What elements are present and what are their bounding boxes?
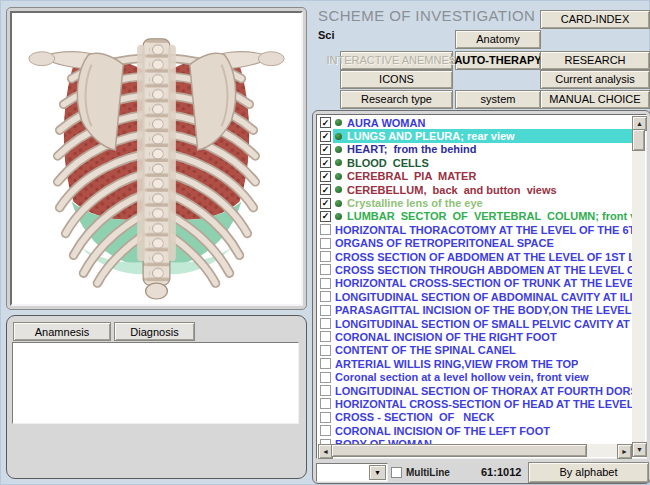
list-item[interactable]: LONGITUDINAL SECTION OF ABDOMINAL CAVITY… <box>318 290 632 303</box>
list-filter-combobox[interactable]: ▼ <box>316 463 388 482</box>
by-alphabet-button[interactable]: By alphabet <box>528 462 649 483</box>
anamnesis-panel: Anamnesis Diagnosis <box>6 315 307 479</box>
row-body: CEREBELLUM, back and button views <box>333 183 632 196</box>
list-item[interactable]: CROSS SECTION OF ABDOMEN AT THE LEVEL OF… <box>318 250 632 263</box>
item-checkbox[interactable]: ✓ <box>320 157 331 168</box>
list-item[interactable]: ✓Crystalline lens of the eye <box>318 196 632 209</box>
list-item[interactable]: BODY OF WOMAN <box>318 437 632 444</box>
scroll-down-icon[interactable]: ▼ <box>632 442 647 457</box>
current-analysis-button[interactable]: Current analysis <box>540 70 650 89</box>
list-item[interactable]: Coronal section at a level hollow vein, … <box>318 370 632 383</box>
item-bullet-icon <box>335 159 342 166</box>
item-checkbox[interactable] <box>320 238 331 249</box>
list-item[interactable]: ✓CEREBELLUM, back and button views <box>318 183 632 196</box>
row-body: CROSS - SECTION OF NECK <box>333 411 632 424</box>
item-checkbox[interactable] <box>320 372 331 383</box>
item-checkbox[interactable]: ✓ <box>320 184 331 195</box>
item-label: CROSS SECTION OF ABDOMEN AT THE LEVEL OF… <box>335 251 632 263</box>
item-checkbox[interactable] <box>320 412 331 423</box>
row-body: HORIZONTAL THORACOTOMY AT THE LEVEL OF T… <box>333 223 632 236</box>
vertical-scrollbar[interactable]: ▲ ▼ <box>632 116 645 457</box>
list-item[interactable]: CROSS SECTION THROUGH ABDOMEN AT THE LEV… <box>318 263 632 276</box>
list-item[interactable]: CORONAL INCISION OF THE LEFT FOOT <box>318 424 632 437</box>
horizontal-scrollbar[interactable]: ◄ ► <box>318 444 632 457</box>
list-item[interactable]: CORONAL INCISION OF THE RIGHT FOOT <box>318 330 632 343</box>
item-counter: 61:1012 <box>481 466 521 478</box>
item-checkbox[interactable] <box>320 331 331 342</box>
row-body: CONTENT OF THE SPINAL CANEL <box>333 344 632 357</box>
card-index-button[interactable]: CARD-INDEX <box>540 10 650 29</box>
item-label: CEREBELLUM, back and button views <box>347 184 557 196</box>
manual-choice-button[interactable]: MANUAL CHOICE <box>540 90 650 109</box>
item-checkbox[interactable] <box>320 345 331 356</box>
item-label: CROSS SECTION THROUGH ABDOMEN AT THE LEV… <box>335 264 632 276</box>
list-item[interactable]: ORGANS OF RETROPERITONEAL SPACE <box>318 237 632 250</box>
list-item[interactable]: LONGITUDINAL SECTION OF SMALL PELVIC CAV… <box>318 317 632 330</box>
item-label: CORONAL INCISION OF THE RIGHT FOOT <box>335 331 557 343</box>
list-item[interactable]: PARASAGITTAL INCISION OF THE BODY,ON THE… <box>318 303 632 316</box>
system-button[interactable]: system <box>455 90 541 109</box>
item-checkbox[interactable] <box>320 358 331 369</box>
item-checkbox[interactable]: ✓ <box>320 117 331 128</box>
item-label: Coronal section at a level hollow vein, … <box>335 371 589 383</box>
list-item[interactable]: ✓LUNGS AND PLEURA; rear view <box>318 129 632 142</box>
list-item[interactable]: LONGITUDINAL SECTION OF THORAX AT FOURTH… <box>318 384 632 397</box>
icons-button[interactable]: ICONS <box>340 70 453 89</box>
item-checkbox[interactable] <box>320 398 331 409</box>
row-body: LONGITUDINAL SECTION OF SMALL PELVIC CAV… <box>333 317 632 330</box>
anamnesis-textarea[interactable] <box>12 342 299 424</box>
scroll-right-icon[interactable]: ► <box>617 444 632 459</box>
anatomy-list: ✓AURA WOMAN✓LUNGS AND PLEURA; rear view✓… <box>316 114 647 459</box>
selected-row-highlight: LUNGS AND PLEURA; rear view <box>333 129 632 142</box>
list-item[interactable]: HORIZONTAL CROSS-SECTION OF TRUNK AT THE… <box>318 277 632 290</box>
row-body: LONGITUDINAL SECTION OF THORAX AT FOURTH… <box>333 384 632 397</box>
item-bullet-icon <box>335 213 342 220</box>
list-item[interactable]: ✓AURA WOMAN <box>318 116 632 129</box>
item-checkbox[interactable]: ✓ <box>320 198 331 209</box>
item-checkbox[interactable] <box>320 264 331 275</box>
item-checkbox[interactable] <box>320 224 331 235</box>
item-checkbox[interactable] <box>320 425 331 436</box>
multiline-label: MultiLine <box>406 467 450 478</box>
list-item[interactable]: ARTERIAL WILLIS RING,VIEW FROM THE TOP <box>318 357 632 370</box>
item-label: HEART; from the behind <box>347 143 477 155</box>
list-item[interactable]: ✓LUMBAR SECTOR OF VERTEBRAL COLUMN; fron… <box>318 210 632 223</box>
item-checkbox[interactable]: ✓ <box>320 211 331 222</box>
list-item[interactable]: CONTENT OF THE SPINAL CANEL <box>318 344 632 357</box>
item-checkbox[interactable] <box>320 291 331 302</box>
auto-therapy-button[interactable]: AUTO-THERAPY <box>455 51 541 70</box>
research-button[interactable]: RESEARCH <box>540 51 650 70</box>
list-item[interactable]: CROSS - SECTION OF NECK <box>318 411 632 424</box>
row-body: HEART; from the behind <box>333 143 632 156</box>
row-body: CORONAL INCISION OF THE LEFT FOOT <box>333 424 632 437</box>
list-item[interactable]: ✓CEREBRAL PIA MATER <box>318 170 632 183</box>
item-checkbox[interactable]: ✓ <box>320 144 331 155</box>
list-item[interactable]: ✓HEART; from the behind <box>318 143 632 156</box>
multiline-checkbox[interactable] <box>391 467 402 478</box>
item-checkbox[interactable]: ✓ <box>320 131 331 142</box>
item-label: LUMBAR SECTOR OF VERTEBRAL COLUMN; front… <box>347 210 632 222</box>
thorax-rear-illustration <box>10 11 303 306</box>
tab-diagnosis[interactable]: Diagnosis <box>114 322 195 341</box>
combobox-dropdown-icon[interactable]: ▼ <box>369 465 386 480</box>
item-label: CEREBRAL PIA MATER <box>347 170 476 182</box>
vertical-scroll-thumb[interactable] <box>632 129 645 151</box>
row-body: CROSS SECTION THROUGH ABDOMEN AT THE LEV… <box>333 263 632 276</box>
item-checkbox[interactable]: ✓ <box>320 171 331 182</box>
item-checkbox[interactable] <box>320 385 331 396</box>
item-checkbox[interactable] <box>320 318 331 329</box>
item-label: LONGITUDINAL SECTION OF ABDOMINAL CAVITY… <box>335 291 632 303</box>
tab-anamnesis[interactable]: Anamnesis <box>13 322 111 341</box>
item-checkbox[interactable] <box>320 251 331 262</box>
item-label: ORGANS OF RETROPERITONEAL SPACE <box>335 237 554 249</box>
item-label: Crystalline lens of the eye <box>347 197 483 209</box>
research-type-button[interactable]: Research type <box>340 90 453 109</box>
list-item[interactable]: ✓BLOOD CELLS <box>318 156 632 169</box>
anatomy-button[interactable]: Anatomy <box>455 30 541 49</box>
list-item[interactable]: HORIZONTAL CROSS-SECTION OF HEAD AT THE … <box>318 397 632 410</box>
item-checkbox[interactable] <box>320 278 331 289</box>
horizontal-scroll-thumb[interactable] <box>331 444 587 457</box>
list-item[interactable]: HORIZONTAL THORACOTOMY AT THE LEVEL OF T… <box>318 223 632 236</box>
item-label: HORIZONTAL CROSS-SECTION OF HEAD AT THE … <box>335 398 632 410</box>
item-checkbox[interactable] <box>320 305 331 316</box>
